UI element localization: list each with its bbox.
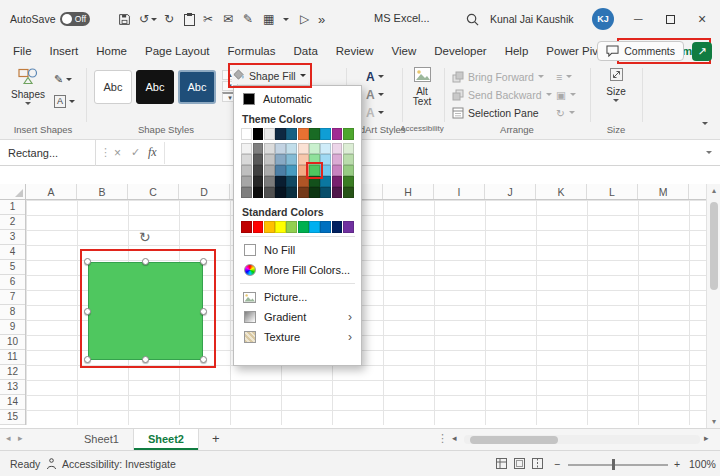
shape-handle-nw[interactable] [84,258,91,265]
theme-color-swatch[interactable] [286,187,297,198]
theme-color-swatch[interactable] [264,143,275,154]
edit-shape-button[interactable]: ✎ [54,71,72,88]
hscroll-left-icon[interactable]: ◂ [452,433,457,443]
shape-handle-s[interactable] [142,356,149,363]
menu-item-automatic[interactable]: Automatic [234,89,361,109]
tab-formulas[interactable]: Formulas [219,38,285,64]
theme-color-swatch[interactable] [264,154,275,165]
theme-color-swatch[interactable] [320,187,331,198]
autosave-toggle[interactable]: Off [60,12,90,26]
row-header-4[interactable]: 4 [0,245,25,260]
theme-color-swatch[interactable] [264,176,275,187]
theme-color-swatch[interactable] [264,187,275,198]
standard-color-swatch[interactable] [320,221,331,233]
shape-style-preview-3[interactable]: Abc [178,70,216,104]
horizontal-scroll-thumb[interactable] [470,436,558,444]
undo-icon[interactable]: ↺ [139,11,157,27]
maximize-button[interactable] [666,11,675,27]
zoom-level[interactable]: 100% [689,451,716,476]
theme-color-swatch[interactable] [343,165,354,176]
theme-color-swatch[interactable] [286,165,297,176]
enter-icon[interactable]: ✓ [131,146,140,159]
redo-icon[interactable]: ↻ [164,11,174,27]
theme-color-swatch[interactable] [332,187,343,198]
zoom-slider-knob[interactable] [612,459,615,470]
theme-color-swatch[interactable] [253,176,264,187]
select-all-corner[interactable] [0,184,26,200]
theme-color-swatch[interactable] [309,128,320,140]
shape-handle-sw[interactable] [84,356,91,363]
column-header-M[interactable]: M [638,184,689,199]
theme-color-swatch[interactable] [298,154,309,165]
row-header-13[interactable]: 13 [0,380,25,395]
pen-icon[interactable]: ✎ [243,11,253,27]
theme-color-swatch[interactable] [332,128,343,140]
shape-handle-ne[interactable] [200,258,207,265]
page-break-view-icon[interactable] [532,458,543,471]
theme-color-swatch[interactable] [275,128,286,140]
hscroll-right-icon[interactable]: ▸ [704,433,709,443]
theme-color-swatch[interactable] [343,154,354,165]
theme-color-swatch[interactable] [253,128,264,140]
name-box[interactable]: Rectang... [0,140,96,166]
row-header-15[interactable]: 15 [0,410,25,425]
cut-icon[interactable]: ✂ [203,11,213,27]
theme-color-swatch[interactable] [332,176,343,187]
add-sheet-button[interactable]: + [212,431,220,446]
theme-color-swatch[interactable] [343,143,354,154]
tab-insert[interactable]: Insert [41,38,88,64]
row-header-2[interactable]: 2 [0,215,25,230]
shape-rectangle[interactable] [88,262,203,360]
tab-data[interactable]: Data [285,38,327,64]
shape-fill-button[interactable]: Shape Fill [232,67,308,84]
avatar[interactable]: KJ [592,8,614,30]
theme-color-swatch[interactable] [309,165,320,176]
theme-color-swatch[interactable] [253,143,264,154]
theme-color-swatch[interactable] [275,154,286,165]
theme-color-swatch[interactable] [298,143,309,154]
cancel-icon[interactable]: × [114,146,121,160]
standard-color-swatch[interactable] [343,221,354,233]
theme-color-swatch[interactable] [241,143,252,154]
theme-color-swatch[interactable] [286,176,297,187]
group-objects-button[interactable]: ▣ [556,86,576,103]
menu-item-gradient[interactable]: Gradient › [234,307,361,327]
shape-style-preview-2[interactable]: Abc [136,70,174,104]
column-header-D[interactable]: D [179,184,230,199]
theme-color-swatch[interactable] [332,143,343,154]
scroll-up-icon[interactable]: ▴ [707,186,720,195]
standard-color-swatch[interactable] [332,221,343,233]
row-header-5[interactable]: 5 [0,260,25,275]
zoom-slider[interactable] [568,464,668,466]
collapse-ribbon-icon[interactable] [702,122,708,125]
text-fill-button[interactable]: A [366,68,384,85]
shape-handle-w[interactable] [84,308,91,315]
theme-color-swatch[interactable] [343,187,354,198]
page-layout-view-icon[interactable] [514,458,525,471]
menu-item-more-fill-colors[interactable]: More Fill Colors... [234,260,361,280]
insert-function-icon[interactable]: fx [148,145,157,160]
standard-color-swatch[interactable] [286,221,297,233]
user-name[interactable]: Kunal Jai Kaushik [490,13,573,25]
menu-item-texture[interactable]: Texture › [234,327,361,347]
theme-color-swatch[interactable] [253,154,264,165]
tab-help[interactable]: Help [496,38,538,64]
row-header-10[interactable]: 10 [0,335,25,350]
shape-handle-se[interactable] [200,356,207,363]
zoom-in-icon[interactable]: + [674,451,680,476]
theme-color-swatch[interactable] [320,143,331,154]
theme-color-swatch[interactable] [298,187,309,198]
theme-color-swatch[interactable] [264,165,275,176]
theme-color-swatch[interactable] [275,165,286,176]
alt-text-button[interactable]: Alt Text [404,67,440,107]
shape-handle-n[interactable] [142,258,149,265]
shape-style-preview-1[interactable]: Abc [94,70,132,104]
clipboard-icon[interactable] [184,11,195,27]
theme-color-swatch[interactable] [298,128,309,140]
table-icon[interactable]: ▦ [263,11,274,27]
theme-color-swatch[interactable] [253,187,264,198]
theme-color-swatch[interactable] [241,165,252,176]
close-button[interactable]: × [698,11,706,27]
tab-view[interactable]: View [383,38,426,64]
theme-color-swatch[interactable] [286,154,297,165]
